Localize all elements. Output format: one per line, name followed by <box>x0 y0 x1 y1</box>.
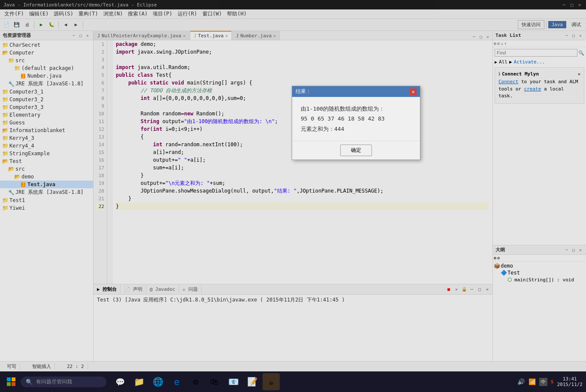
dialog-close-btn[interactable]: ✕ <box>410 88 417 95</box>
dialog-confirm-btn[interactable]: 确定 <box>340 145 372 156</box>
result-dialog: 结果： ✕ 由1-100的随机数组成的数组为： 95 0 65 37 46 18… <box>292 86 420 160</box>
modal-overlay: 结果： ✕ 由1-100的随机数组成的数组为： 95 0 65 37 46 18… <box>0 0 586 392</box>
dialog-line1: 由1-100的随机数组成的数组为： <box>301 104 411 114</box>
dialog-footer: 确定 <box>292 141 420 160</box>
dialog-line3: 元素之和为：444 <box>301 124 411 134</box>
dialog-title-bar: 结果： ✕ <box>292 86 420 97</box>
dialog-title: 结果： <box>296 88 311 95</box>
dialog-line2: 95 0 65 37 46 18 58 42 83 <box>301 114 411 124</box>
dialog-content: 由1-100的随机数组成的数组为： 95 0 65 37 46 18 58 42… <box>292 97 420 141</box>
